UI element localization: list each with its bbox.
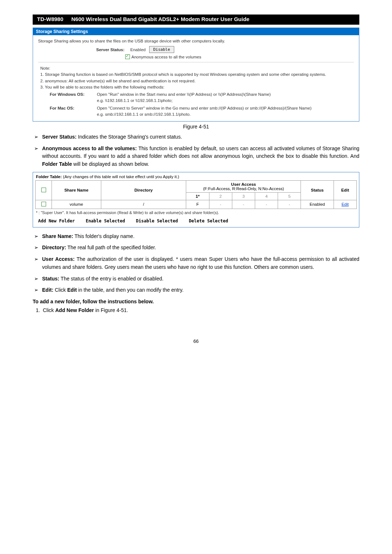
divider xyxy=(38,62,354,62)
windows-os-row: For Windows OS: Open "Run" window in the… xyxy=(50,91,352,104)
instructions-list: Click Add New Folder in Figure 4-51. xyxy=(34,307,359,313)
ua-col-2: 2 xyxy=(209,192,232,200)
edit-link[interactable]: Edit xyxy=(342,202,349,206)
bullet-status: Status: The status of the entry is enabl… xyxy=(33,275,359,283)
bullet-directory: Directory: The real full path of the spe… xyxy=(33,244,359,252)
cell-ua2: - xyxy=(209,200,232,209)
anonymous-access-checkbox[interactable] xyxy=(125,54,130,59)
cell-status: Enabled xyxy=(301,200,334,209)
folder-table-footnote: * : "Super User". It has full-access per… xyxy=(36,210,356,215)
folder-table-actions: Add New Folder Enable Selected Disable S… xyxy=(38,218,354,223)
model-badge: TD-W8980 xyxy=(33,15,68,24)
ua-col-4: 4 xyxy=(255,192,278,200)
anonymous-access-row: Anonymous access to all the volumes xyxy=(125,54,354,59)
note-3: 3. You will be able to access the folder… xyxy=(40,84,352,90)
ua-col-5: 5 xyxy=(278,192,301,200)
page-number: 66 xyxy=(33,338,359,344)
folder-table: Share Name Directory User Access (F:Full… xyxy=(35,180,357,209)
server-status-label: Server Status: xyxy=(96,48,124,52)
disable-button[interactable]: Disable xyxy=(149,46,174,53)
mac-os-row: For Mac OS: Open "Connect to Server" win… xyxy=(50,105,352,118)
disable-selected-action[interactable]: Disable Selected xyxy=(136,218,178,223)
storage-sharing-panel: Storage Sharing Settings Storage Sharing… xyxy=(33,28,359,122)
windows-os-label: For Windows OS: xyxy=(50,91,97,104)
notes-block: Note: 1. Storage Sharing function is bas… xyxy=(38,65,354,118)
table-header-row: Share Name Directory User Access (F:Full… xyxy=(36,180,357,192)
server-status-value: Enabled xyxy=(130,48,146,52)
folder-table-caption: Folder Table: (Any changes of this table… xyxy=(36,175,357,179)
instruction-step-1: Click Add New Folder in Figure 4-51. xyxy=(41,307,359,313)
col-directory: Directory xyxy=(101,180,186,200)
cell-ua1: F xyxy=(186,200,209,209)
bullet-edit: Edit: Click Edit in the table, and then … xyxy=(33,286,359,294)
bullet-list-1: Server Status: Indicates the Storage Sha… xyxy=(33,133,359,168)
col-status: Status xyxy=(301,180,334,200)
cell-share-name: volume xyxy=(52,200,101,209)
col-share-name: Share Name xyxy=(52,180,101,200)
cell-ua4: - xyxy=(255,200,278,209)
anonymous-access-label: Anonymous access to all the volumes xyxy=(131,55,201,59)
bullet-server-status: Server Status: Indicates the Storage Sha… xyxy=(33,133,359,141)
mac-os-text: Open "Connect to Server" window in the G… xyxy=(97,105,352,118)
bullet-anonymous-access: Anonymous access to all the volumes: Thi… xyxy=(33,145,359,168)
cell-ua5: - xyxy=(278,200,301,209)
delete-selected-action[interactable]: Delete Selected xyxy=(189,218,228,223)
windows-os-text: Open "Run" window in the Start menu and … xyxy=(97,91,352,104)
bullet-user-access: User Access: The authorization of the us… xyxy=(33,255,359,271)
note-2: 2. anonymous: All active volume(s) will … xyxy=(40,78,352,84)
ua-col-3: 3 xyxy=(232,192,255,200)
figure-caption: Figure 4-51 xyxy=(33,124,359,130)
select-all-checkbox[interactable] xyxy=(41,188,46,192)
bullet-share-name: Share Name: This folder's display name. xyxy=(33,233,359,241)
row-checkbox[interactable] xyxy=(41,202,46,206)
note-1: 1. Storage Sharing function is based on … xyxy=(40,71,352,78)
col-edit: Edit xyxy=(334,180,356,200)
mac-os-label: For Mac OS: xyxy=(50,105,97,118)
doc-header: TD-W8980 N600 Wireless Dual Band Gigabit… xyxy=(33,15,359,25)
add-new-folder-action[interactable]: Add New Folder xyxy=(38,218,75,223)
table-row: volume / F - - - - Enabled Edit xyxy=(36,200,357,209)
instructions-heading: To add a new folder, follow the instruct… xyxy=(33,299,359,304)
col-user-access: User Access (F:Full-Access, R:Read-Only,… xyxy=(186,180,301,192)
panel-heading: Storage Sharing Settings xyxy=(33,28,359,35)
enable-selected-action[interactable]: Enable Selected xyxy=(86,218,125,223)
panel-intro: Storage Sharing allows you to share the … xyxy=(38,39,354,43)
server-status-row: Server Status: Enabled Disable xyxy=(96,46,354,53)
ua-col-1: 1* xyxy=(186,192,209,200)
doc-title: N600 Wireless Dual Band Gigabit ADSL2+ M… xyxy=(68,15,359,24)
cell-directory: / xyxy=(101,200,186,209)
folder-table-panel: Folder Table: (Any changes of this table… xyxy=(33,172,359,227)
note-label: Note: xyxy=(40,65,352,71)
bullet-list-2: Share Name: This folder's display name. … xyxy=(33,233,359,294)
cell-ua3: - xyxy=(232,200,255,209)
